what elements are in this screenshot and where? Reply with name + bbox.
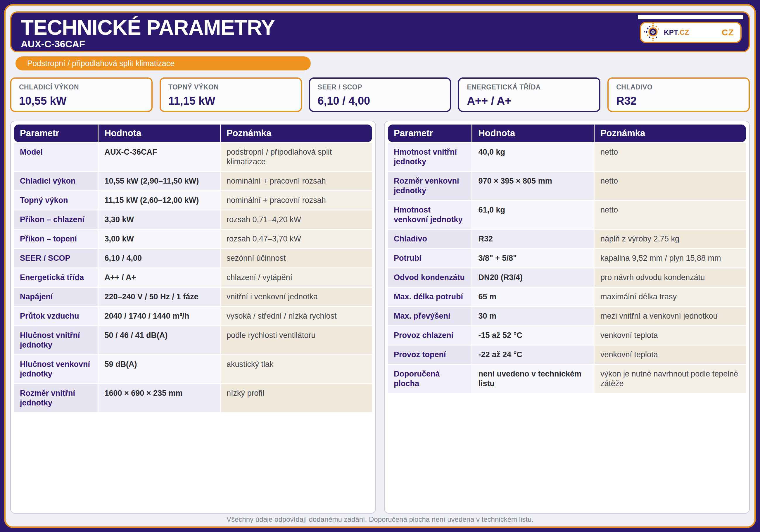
param-cell: SEER / SCOP bbox=[14, 249, 98, 267]
stat-card-refrigerant: CHLADIVO R32 bbox=[607, 77, 750, 112]
column-header: Poznámka bbox=[221, 124, 372, 142]
parameters-table: ParametrHodnotaPoznámkaHmotnost vnitřní … bbox=[387, 123, 747, 394]
table-row: SEER / SCOP6,10 / 4,00sezónní účinnost bbox=[14, 249, 372, 267]
param-cell: Rozměr venkovní jednotky bbox=[388, 172, 471, 200]
value-cell: 40,0 kg bbox=[472, 143, 594, 171]
param-cell: Provoz chlazení bbox=[388, 326, 471, 345]
stat-label: ENERGETICKÁ TŘÍDA bbox=[467, 83, 592, 91]
value-cell: 3/8" + 5/8" bbox=[472, 249, 594, 267]
stat-card-cooling: CHLADICÍ VÝKON 10,55 kW bbox=[10, 77, 153, 112]
table-row: Doporučená plochanení uvedeno v technick… bbox=[388, 365, 746, 393]
table-header-row: ParametrHodnotaPoznámka bbox=[388, 124, 746, 142]
param-cell: Příkon – topení bbox=[14, 230, 98, 248]
language-badge: CZ bbox=[722, 27, 734, 37]
note-cell: vysoká / střední / nízká rychlost bbox=[221, 307, 372, 325]
param-cell: Rozměr vnitřní jednotky bbox=[14, 384, 98, 412]
param-cell: Chladicí výkon bbox=[14, 172, 98, 190]
logo-area: ❄ KPT.CZ CZ bbox=[640, 13, 741, 51]
note-cell: maximální délka trasy bbox=[594, 288, 746, 306]
value-cell: 10,55 kW (2,90–11,50 kW) bbox=[99, 172, 219, 190]
table-row: Provoz chlazení-15 až 52 °Cvenkovní tepl… bbox=[388, 326, 746, 345]
stat-card-heating: TOPNÝ VÝKON 11,15 kW bbox=[160, 77, 302, 112]
note-cell: náplň z výroby 2,75 kg bbox=[594, 230, 746, 248]
param-cell: Hmotnost venkovní jednotky bbox=[388, 201, 471, 229]
value-cell: 2040 / 1740 / 1440 m³/h bbox=[99, 307, 219, 325]
note-cell: nominální + pracovní rozsah bbox=[221, 172, 372, 190]
table-row: ModelAUX-C-36CAFpodstropní / připodlahov… bbox=[14, 143, 372, 171]
parameters-table-card-right: ParametrHodnotaPoznámkaHmotnost vnitřní … bbox=[384, 121, 750, 513]
stat-value: 6,10 / 4,00 bbox=[318, 95, 443, 107]
param-cell: Model bbox=[14, 143, 98, 171]
value-cell: 61,0 kg bbox=[472, 201, 594, 229]
stat-value: R32 bbox=[616, 95, 741, 107]
table-row: Hlučnost vnitřní jednotky50 / 46 / 41 dB… bbox=[14, 326, 372, 354]
table-row: Hmotnost vnitřní jednotky40,0 kgnetto bbox=[388, 143, 746, 171]
value-cell: 6,10 / 4,00 bbox=[99, 249, 219, 267]
value-cell: 3,30 kW bbox=[99, 211, 219, 229]
note-cell: netto bbox=[594, 143, 746, 171]
column-header: Parametr bbox=[388, 124, 471, 142]
value-cell: 59 dB(A) bbox=[99, 355, 219, 383]
stat-value: 10,55 kW bbox=[19, 95, 144, 107]
param-cell: Topný výkon bbox=[14, 191, 98, 210]
note-cell: netto bbox=[594, 172, 746, 200]
table-row: Příkon – topení3,00 kWrozsah 0,47–3,70 k… bbox=[14, 230, 372, 248]
note-cell: výkon je nutné navrhnout podle tepelné z… bbox=[594, 365, 746, 393]
note-cell: kapalina 9,52 mm / plyn 15,88 mm bbox=[594, 249, 746, 267]
table-row: Potrubí3/8" + 5/8"kapalina 9,52 mm / ply… bbox=[388, 249, 746, 267]
tables-row: ParametrHodnotaPoznámkaModelAUX-C-36CAFp… bbox=[10, 121, 750, 513]
note-cell: akustický tlak bbox=[221, 355, 372, 383]
stat-label: SEER / SCOP bbox=[318, 83, 443, 91]
column-header: Parametr bbox=[14, 124, 98, 142]
logo: ❄ KPT.CZ bbox=[644, 23, 689, 42]
header: TECHNICKÉ PARAMETRY AUX-C-36CAF bbox=[10, 11, 750, 52]
table-row: Max. převýšení30 mmezi vnitřní a venkovn… bbox=[388, 307, 746, 325]
logo-strip bbox=[638, 15, 743, 19]
value-cell: -15 až 52 °C bbox=[472, 326, 594, 345]
table-row: ChladivoR32náplň z výroby 2,75 kg bbox=[388, 230, 746, 248]
param-cell: Max. délka potrubí bbox=[388, 288, 471, 306]
column-header: Hodnota bbox=[99, 124, 219, 142]
value-cell: 3,00 kW bbox=[99, 230, 219, 248]
table-row: Energetická třídaA++ / A+chlazení / vytá… bbox=[14, 268, 372, 287]
param-cell: Provoz topení bbox=[388, 346, 471, 364]
param-cell: Chladivo bbox=[388, 230, 471, 248]
note-cell: mezi vnitřní a venkovní jednotkou bbox=[594, 307, 746, 325]
stat-value: 11,15 kW bbox=[168, 95, 293, 107]
table-row: Příkon – chlazení3,30 kWrozsah 0,71–4,20… bbox=[14, 211, 372, 229]
table-row: Max. délka potrubí65 mmaximální délka tr… bbox=[388, 288, 746, 306]
parameters-table: ParametrHodnotaPoznámkaModelAUX-C-36CAFp… bbox=[13, 123, 373, 413]
value-cell: 11,15 kW (2,60–12,00 kW) bbox=[99, 191, 219, 210]
param-cell: Hlučnost venkovní jednotky bbox=[14, 355, 98, 383]
stat-card-energy-class: ENERGETICKÁ TŘÍDA A++ / A+ bbox=[458, 77, 600, 112]
param-cell: Hmotnost vnitřní jednotky bbox=[388, 143, 471, 171]
note-cell: pro návrh odvodu kondenzátu bbox=[594, 268, 746, 287]
snowflake-icon: ❄ bbox=[644, 23, 662, 42]
model-subtitle: AUX-C-36CAF bbox=[21, 39, 275, 49]
value-cell: DN20 (R3/4) bbox=[472, 268, 594, 287]
param-cell: Průtok vzduchu bbox=[14, 307, 98, 325]
logo-badge: ❄ KPT.CZ CZ bbox=[640, 22, 741, 43]
value-cell: 50 / 46 / 41 dB(A) bbox=[99, 326, 219, 354]
note-cell: chlazení / vytápění bbox=[221, 268, 372, 287]
table-row: Topný výkon11,15 kW (2,60–12,00 kW)nomin… bbox=[14, 191, 372, 210]
note-cell: rozsah 0,47–3,70 kW bbox=[221, 230, 372, 248]
page-frame: TECHNICKÉ PARAMETRY AUX-C-36CAF bbox=[4, 4, 756, 528]
type-badge: Podstropní / připodlahová split klimatiz… bbox=[16, 56, 311, 71]
note-cell: netto bbox=[594, 201, 746, 229]
note-cell: nízký profil bbox=[221, 384, 372, 412]
note-cell: venkovní teplota bbox=[594, 346, 746, 364]
value-cell: AUX-C-36CAF bbox=[99, 143, 219, 171]
note-cell: podstropní / připodlahová split klimatiz… bbox=[221, 143, 372, 171]
param-cell: Max. převýšení bbox=[388, 307, 471, 325]
param-cell: Příkon – chlazení bbox=[14, 211, 98, 229]
column-header: Hodnota bbox=[472, 124, 594, 142]
datasheet-page: { "header": { "title": "TECHNICKÉ PARAME… bbox=[0, 0, 760, 532]
note-cell: vnitřní i venkovní jednotka bbox=[221, 288, 372, 306]
stat-value: A++ / A+ bbox=[467, 95, 592, 107]
note-cell: sezónní účinnost bbox=[221, 249, 372, 267]
stat-card-seer-scop: SEER / SCOP 6,10 / 4,00 bbox=[309, 77, 451, 112]
table-row: Odvod kondenzátuDN20 (R3/4)pro návrh odv… bbox=[388, 268, 746, 287]
note-cell: venkovní teplota bbox=[594, 326, 746, 345]
value-cell: 970 × 395 × 805 mm bbox=[472, 172, 594, 200]
